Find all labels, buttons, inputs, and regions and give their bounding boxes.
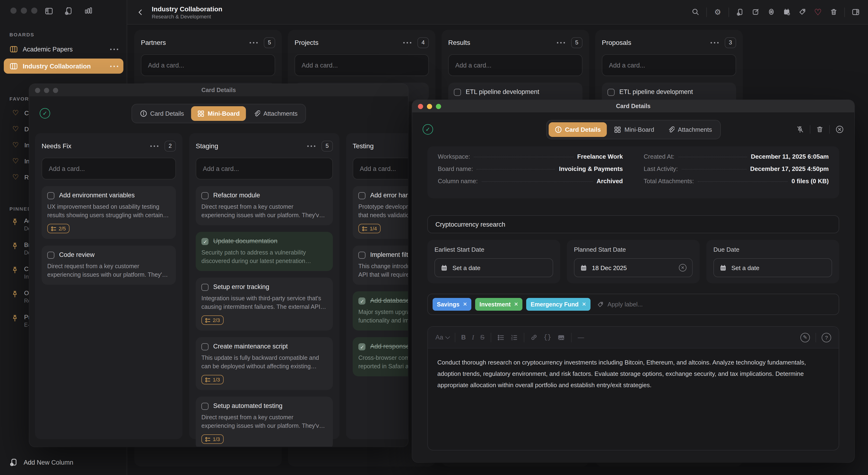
tab-attachments[interactable]: Attachments (661, 122, 718, 137)
trash-icon[interactable] (829, 7, 838, 17)
favorite-item[interactable]: ♡In (12, 141, 32, 149)
mini-card[interactable]: Refactor module Direct request from a ke… (196, 186, 333, 225)
complete-check-icon[interactable]: ✓ (40, 108, 50, 118)
settings-gear-icon[interactable]: ⚙ (713, 7, 722, 17)
strikethrough-button[interactable]: S (480, 334, 485, 341)
add-board-icon[interactable] (63, 6, 74, 16)
mini-card[interactable]: Implement filt This change introdu API t… (353, 245, 408, 285)
card-checkbox[interactable] (608, 89, 615, 96)
sidebar-board-academic-papers[interactable]: Academic Papers (4, 41, 123, 57)
zoom-dot[interactable] (436, 104, 441, 109)
window-controls[interactable] (35, 88, 58, 93)
card-checkbox[interactable] (47, 192, 54, 199)
mini-card-done[interactable]: Add response Cross-browser com reported … (353, 337, 408, 376)
favorite-item[interactable]: ♡R (12, 173, 32, 181)
filter-icon[interactable] (766, 7, 776, 17)
favorite-item[interactable]: ♡In (12, 157, 32, 165)
bullet-list-icon[interactable] (497, 334, 504, 341)
board-menu-icon[interactable] (110, 65, 119, 67)
card-checkbox[interactable] (202, 343, 209, 350)
bold-button[interactable]: B (461, 334, 466, 341)
card-checkbox[interactable] (47, 252, 54, 259)
card-checkbox-checked[interactable] (202, 238, 209, 245)
text-style-dropdown[interactable]: Aa (435, 334, 448, 341)
card-checkbox[interactable] (454, 89, 461, 96)
card-title-input[interactable]: Cryptocurrency research (427, 215, 839, 233)
add-card-input[interactable] (41, 158, 176, 179)
right-panel-toggle-icon[interactable] (851, 7, 861, 17)
link-icon[interactable] (530, 334, 537, 341)
code-braces-button[interactable]: {} (544, 334, 551, 341)
due-date-picker[interactable]: Set a date (713, 258, 832, 277)
window-zoom-dot[interactable] (31, 7, 37, 14)
card-checkbox-checked[interactable] (359, 298, 366, 305)
column-menu-icon[interactable] (403, 41, 412, 43)
close-icon[interactable] (835, 125, 844, 134)
remove-label-icon[interactable]: ✕ (514, 301, 518, 307)
card-checkbox[interactable] (202, 192, 209, 199)
planned-start-date-picker[interactable]: 18 Dec 2025 ✕ (574, 258, 692, 277)
mini-card[interactable]: Create maintenance script This update is… (196, 337, 333, 390)
card-checkbox-checked[interactable] (359, 343, 366, 350)
marker-pen-icon[interactable]: ✎ (800, 333, 810, 342)
tab-card-details[interactable]: Card Details (549, 122, 607, 137)
favorite-item[interactable]: ♡C (12, 109, 32, 117)
earliest-start-date-picker[interactable]: Set a date (434, 258, 553, 277)
complete-check-icon[interactable]: ✓ (423, 124, 433, 135)
add-card-input[interactable] (196, 158, 333, 179)
label-chip-emergency-fund[interactable]: Emergency Fund✕ (526, 298, 590, 311)
modal-title-bar[interactable]: Card Details (412, 100, 854, 112)
mini-card-done[interactable]: Update documentation Security patch to a… (196, 232, 333, 271)
column-menu-icon[interactable] (250, 41, 258, 43)
add-card-input[interactable] (448, 54, 583, 76)
minimize-dot[interactable] (427, 104, 432, 109)
chart-bars-icon[interactable] (83, 6, 94, 16)
clear-date-icon[interactable]: ✕ (679, 264, 686, 271)
tab-mini-board[interactable]: Mini-Board (608, 122, 660, 137)
tab-attachments[interactable]: Attachments (247, 106, 304, 121)
column-menu-icon[interactable] (150, 145, 159, 147)
card-checkbox[interactable] (202, 403, 209, 410)
add-card-input[interactable] (141, 54, 275, 76)
label-chip-savings[interactable]: Savings✕ (433, 298, 471, 311)
window-close-dot[interactable] (10, 7, 17, 14)
numbered-list-icon[interactable] (510, 334, 518, 341)
favorite-heart-icon[interactable]: ♡ (813, 7, 823, 17)
sidebar-board-industry-collaboration[interactable]: Industry Collaboration (4, 59, 123, 74)
add-card-input[interactable] (294, 54, 429, 76)
column-menu-icon[interactable] (557, 41, 565, 43)
description-text[interactable]: Conduct thorough research on cryptocurre… (428, 348, 839, 400)
board-menu-icon[interactable] (110, 48, 119, 50)
mini-card[interactable]: Setup error tracking Integration issue w… (196, 278, 333, 331)
add-card-input[interactable] (353, 158, 408, 179)
card-checkbox[interactable] (202, 284, 209, 291)
remove-label-icon[interactable]: ✕ (463, 301, 467, 307)
search-icon[interactable] (691, 7, 700, 17)
tab-mini-board[interactable]: Mini-Board (191, 106, 246, 121)
window-controls[interactable] (418, 104, 441, 109)
edit-compose-icon[interactable] (751, 7, 760, 17)
add-new-column-button[interactable]: Add New Column (9, 458, 73, 467)
card-checkbox[interactable] (359, 192, 366, 199)
trash-icon[interactable] (816, 126, 824, 133)
horizontal-rule-button[interactable]: — (578, 334, 584, 341)
label-chip-investment[interactable]: Investment✕ (475, 298, 522, 311)
mini-card[interactable]: Setup automated testing Direct request f… (196, 397, 333, 447)
close-dot[interactable] (418, 104, 423, 109)
italic-button[interactable]: I (472, 334, 474, 341)
calendar-check-icon[interactable] (782, 7, 792, 17)
card-checkbox[interactable] (359, 252, 366, 259)
add-card-input[interactable] (602, 54, 736, 76)
mini-card[interactable]: Add error han Prototype developm that ne… (353, 186, 408, 239)
unpin-icon[interactable] (796, 125, 804, 133)
remove-label-icon[interactable]: ✕ (582, 301, 586, 307)
tab-card-details[interactable]: Card Details (133, 106, 190, 121)
back-button[interactable] (134, 5, 147, 19)
column-menu-icon[interactable] (711, 41, 719, 43)
add-card-icon[interactable] (735, 7, 745, 17)
left-panel-toggle-icon[interactable] (43, 6, 54, 16)
mini-card[interactable]: Code review Direct request from a key cu… (41, 245, 176, 285)
column-menu-icon[interactable] (307, 145, 316, 147)
apply-label-input[interactable]: Apply label... (597, 301, 643, 308)
image-icon[interactable] (557, 334, 565, 341)
